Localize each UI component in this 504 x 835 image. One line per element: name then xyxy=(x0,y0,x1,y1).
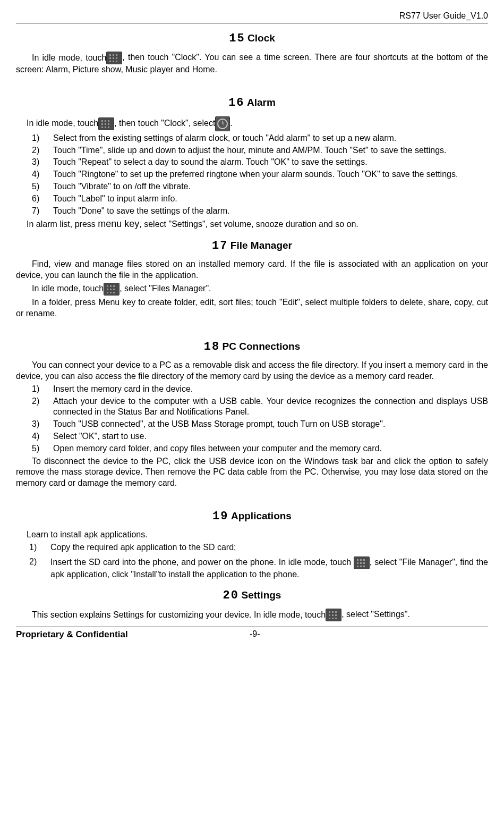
menu-key-text: menu key xyxy=(98,218,139,229)
list-number: 3) xyxy=(16,157,53,168)
footer-spacer xyxy=(382,629,488,640)
list-item: 3)Touch "Repeat" to select a day to soun… xyxy=(16,157,488,168)
list-number: 7) xyxy=(16,206,53,217)
list-number: 5) xyxy=(16,181,53,192)
s16-p2: In alarm list, press menu key, select "S… xyxy=(16,218,488,230)
section-title: Clock xyxy=(247,32,275,44)
list-item: 6)Touch "Label" to input alarm info. xyxy=(16,193,488,205)
list-item: 5)Touch "Vibrate" to on /off the vibrate… xyxy=(16,181,488,192)
list-item: 1)Copy the required apk application to t… xyxy=(16,542,488,553)
page-footer: Proprietary & Confidential -9- xyxy=(16,627,488,640)
list-text: Open memory card folder, and copy files … xyxy=(53,443,488,454)
list-text: Select from the existing settings of ala… xyxy=(53,133,488,144)
section-num: 20 xyxy=(223,589,239,602)
section-title: File Manager xyxy=(230,240,292,251)
section-num: 19 xyxy=(212,510,228,523)
list-number: 4) xyxy=(16,431,53,442)
apps-grid-icon xyxy=(98,117,114,130)
section-17-heading: 17 File Manager xyxy=(16,239,488,254)
list-number: 1) xyxy=(16,542,50,553)
section-num: 16 xyxy=(228,96,244,109)
list-text: Select "OK", start to use. xyxy=(53,431,488,442)
list-item: 1)Select from the existing settings of a… xyxy=(16,133,488,144)
text: , select "Settings". xyxy=(341,610,410,619)
footer-left: Proprietary & Confidential xyxy=(16,629,128,640)
section-title: PC Connections xyxy=(223,341,301,352)
section-title: Alarm xyxy=(247,97,276,108)
list-text: Touch "Vibrate" to on /off the vibrate. xyxy=(53,181,488,192)
list-number: 2) xyxy=(16,396,53,418)
list-item: 3)Touch "USB connected", at the USB Mass… xyxy=(16,419,488,430)
section-19-heading: 19 Applications xyxy=(16,509,488,525)
list-item: 1)Insert the memory card in the device. xyxy=(16,384,488,395)
list-text: Touch "Label" to input alarm info. xyxy=(53,193,488,205)
list-text: Insert the memory card in the device. xyxy=(53,384,488,395)
list-item: 7)Touch "Done" to save the settings of t… xyxy=(16,206,488,217)
list-number: 3) xyxy=(16,419,53,430)
list-item: 2)Attach your device to the computer wit… xyxy=(16,396,488,418)
list-text: Insert the SD card into the phone, and p… xyxy=(50,556,488,580)
apps-grid-icon xyxy=(326,609,341,621)
list-text: Attach your device to the computer with … xyxy=(53,396,488,418)
list-text: Touch "Done" to save the settings of the… xyxy=(53,206,488,217)
list-text: Touch "Time", slide up and down to adjus… xyxy=(53,145,488,156)
s20-p1: This section explains Settings for custo… xyxy=(16,609,488,621)
text: In idle mode, touch xyxy=(16,119,98,128)
s16-p1: In idle mode, touch, then touch "Clock",… xyxy=(16,116,488,131)
list-item: 5)Open memory card folder, and copy file… xyxy=(16,443,488,454)
text: In idle mode, touch xyxy=(16,284,104,293)
apps-grid-icon xyxy=(106,52,122,64)
text: , select "Files Manager". xyxy=(119,284,211,293)
list-number: 5) xyxy=(16,443,53,454)
list-text: Copy the required apk application to the… xyxy=(50,542,488,553)
apps-grid-icon xyxy=(354,556,370,569)
clock-icon xyxy=(215,116,230,131)
s19-p1: Learn to install apk applications. xyxy=(16,529,488,541)
list-item: 4)Select "OK", start to use. xyxy=(16,431,488,442)
section-title: Settings xyxy=(241,589,281,601)
list-number: 1) xyxy=(16,133,53,144)
s17-p3: In a folder, press Menu key to create fo… xyxy=(16,297,488,319)
list-number: 1) xyxy=(16,384,53,395)
text: Insert the SD card into the phone, and p… xyxy=(50,558,354,567)
section-20-heading: 20 Settings xyxy=(16,588,488,604)
list-number: 6) xyxy=(16,193,53,205)
section-num: 15 xyxy=(229,32,245,45)
section-16-heading: 16 Alarm xyxy=(16,96,488,111)
list-text: Touch "Repeat" to select a day to sound … xyxy=(53,157,488,168)
text: , select "Settings", set volume, snooze … xyxy=(139,220,358,229)
page-header: RS77 User Guide_V1.0 xyxy=(16,11,488,23)
list-number: 2) xyxy=(16,556,50,580)
section-title: Applications xyxy=(231,510,292,521)
s15-paragraph: In idle mode, touch, then touch "Clock".… xyxy=(16,52,488,75)
s18-p2: To disconnect the device to the PC, clic… xyxy=(16,456,488,489)
text: This section explains Settings for custo… xyxy=(16,610,326,619)
list-item: 4)Touch "Ringtone" to set up the preferr… xyxy=(16,169,488,180)
list-number: 4) xyxy=(16,169,53,180)
text: In alarm list, press xyxy=(16,220,98,229)
list-item: 2) Insert the SD card into the phone, an… xyxy=(16,556,488,580)
text: , then touch "Clock", select xyxy=(114,119,215,128)
section-num: 18 xyxy=(204,340,220,353)
section-15-heading: 15 Clock xyxy=(16,31,488,47)
list-text: Touch "USB connected", at the USB Mass S… xyxy=(53,419,488,430)
s17-p2: In idle mode, touch, select "Files Manag… xyxy=(16,283,488,296)
list-text: Touch "Ringtone" to set up the preferred… xyxy=(53,169,488,180)
text: . xyxy=(230,119,232,128)
section-18-heading: 18 PC Connections xyxy=(16,340,488,355)
text: In idle mode, touch xyxy=(16,53,106,62)
list-number: 2) xyxy=(16,145,53,156)
s18-p1: You can connect your device to a PC as a… xyxy=(16,360,488,382)
s17-p1: Find, view and manage files stored on an… xyxy=(16,259,488,281)
section-num: 17 xyxy=(212,239,228,252)
list-item: 2)Touch "Time", slide up and down to adj… xyxy=(16,145,488,156)
apps-grid-icon xyxy=(104,283,119,296)
footer-page-number: -9- xyxy=(250,629,260,640)
